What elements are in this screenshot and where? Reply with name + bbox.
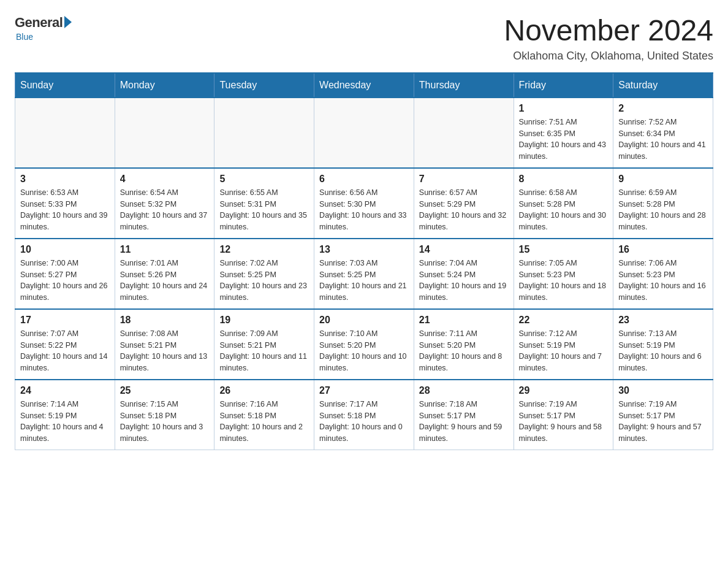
calendar-day-cell: 11Sunrise: 7:01 AM Sunset: 5:26 PM Dayli… xyxy=(115,239,214,309)
day-info: Sunrise: 6:58 AM Sunset: 5:28 PM Dayligh… xyxy=(519,187,609,233)
calendar-day-cell: 29Sunrise: 7:19 AM Sunset: 5:17 PM Dayli… xyxy=(514,380,613,450)
calendar-day-cell: 18Sunrise: 7:08 AM Sunset: 5:21 PM Dayli… xyxy=(115,309,214,380)
day-number: 18 xyxy=(120,315,210,326)
page-header: General Blue November 2024 Oklahoma City… xyxy=(15,15,713,63)
calendar-week-row: 1Sunrise: 7:51 AM Sunset: 6:35 PM Daylig… xyxy=(15,98,713,168)
day-number: 10 xyxy=(20,244,110,255)
day-number: 22 xyxy=(519,315,609,326)
day-of-week-header: Thursday xyxy=(414,73,514,98)
calendar-day-cell xyxy=(15,98,115,168)
day-of-week-header: Friday xyxy=(514,73,613,98)
calendar-header-row: SundayMondayTuesdayWednesdayThursdayFrid… xyxy=(15,73,713,98)
calendar-day-cell: 20Sunrise: 7:10 AM Sunset: 5:20 PM Dayli… xyxy=(314,309,414,380)
calendar-day-cell xyxy=(414,98,514,168)
day-number: 28 xyxy=(419,385,509,396)
day-number: 30 xyxy=(618,385,708,396)
day-number: 24 xyxy=(20,385,110,396)
day-number: 6 xyxy=(319,174,409,185)
day-number: 7 xyxy=(419,174,509,185)
day-number: 27 xyxy=(319,385,409,396)
calendar-day-cell: 13Sunrise: 7:03 AM Sunset: 5:25 PM Dayli… xyxy=(314,239,414,309)
calendar-week-row: 10Sunrise: 7:00 AM Sunset: 5:27 PM Dayli… xyxy=(15,239,713,309)
calendar-day-cell: 4Sunrise: 6:54 AM Sunset: 5:32 PM Daylig… xyxy=(115,168,214,239)
month-title: November 2024 xyxy=(504,15,713,47)
day-number: 15 xyxy=(519,244,609,255)
day-info: Sunrise: 7:08 AM Sunset: 5:21 PM Dayligh… xyxy=(120,328,210,374)
calendar-day-cell: 1Sunrise: 7:51 AM Sunset: 6:35 PM Daylig… xyxy=(514,98,613,168)
day-info: Sunrise: 7:13 AM Sunset: 5:19 PM Dayligh… xyxy=(618,328,708,374)
logo-blue-text: Blue xyxy=(15,32,33,42)
day-info: Sunrise: 7:16 AM Sunset: 5:18 PM Dayligh… xyxy=(219,399,309,445)
calendar-day-cell: 5Sunrise: 6:55 AM Sunset: 5:31 PM Daylig… xyxy=(214,168,314,239)
title-section: November 2024 Oklahoma City, Oklahoma, U… xyxy=(504,15,713,63)
day-info: Sunrise: 7:05 AM Sunset: 5:23 PM Dayligh… xyxy=(519,258,609,304)
calendar-day-cell: 26Sunrise: 7:16 AM Sunset: 5:18 PM Dayli… xyxy=(214,380,314,450)
day-info: Sunrise: 6:56 AM Sunset: 5:30 PM Dayligh… xyxy=(319,187,409,233)
day-number: 1 xyxy=(519,103,609,114)
day-number: 5 xyxy=(219,174,309,185)
logo-arrow-icon xyxy=(64,16,72,28)
day-number: 29 xyxy=(519,385,609,396)
day-info: Sunrise: 7:00 AM Sunset: 5:27 PM Dayligh… xyxy=(20,258,110,304)
calendar-day-cell: 21Sunrise: 7:11 AM Sunset: 5:20 PM Dayli… xyxy=(414,309,514,380)
day-number: 2 xyxy=(618,103,708,114)
day-info: Sunrise: 7:07 AM Sunset: 5:22 PM Dayligh… xyxy=(20,328,110,374)
day-info: Sunrise: 7:12 AM Sunset: 5:19 PM Dayligh… xyxy=(519,328,609,374)
day-info: Sunrise: 7:19 AM Sunset: 5:17 PM Dayligh… xyxy=(618,399,708,445)
day-info: Sunrise: 7:52 AM Sunset: 6:34 PM Dayligh… xyxy=(618,117,708,163)
day-number: 13 xyxy=(319,244,409,255)
day-info: Sunrise: 6:57 AM Sunset: 5:29 PM Dayligh… xyxy=(419,187,509,233)
day-info: Sunrise: 7:04 AM Sunset: 5:24 PM Dayligh… xyxy=(419,258,509,304)
calendar-day-cell: 3Sunrise: 6:53 AM Sunset: 5:33 PM Daylig… xyxy=(15,168,115,239)
day-info: Sunrise: 7:06 AM Sunset: 5:23 PM Dayligh… xyxy=(618,258,708,304)
calendar-day-cell: 8Sunrise: 6:58 AM Sunset: 5:28 PM Daylig… xyxy=(514,168,613,239)
day-info: Sunrise: 7:09 AM Sunset: 5:21 PM Dayligh… xyxy=(219,328,309,374)
day-info: Sunrise: 7:01 AM Sunset: 5:26 PM Dayligh… xyxy=(120,258,210,304)
day-number: 19 xyxy=(219,315,309,326)
calendar-day-cell: 16Sunrise: 7:06 AM Sunset: 5:23 PM Dayli… xyxy=(613,239,713,309)
day-number: 12 xyxy=(219,244,309,255)
calendar-day-cell: 7Sunrise: 6:57 AM Sunset: 5:29 PM Daylig… xyxy=(414,168,514,239)
day-number: 23 xyxy=(618,315,708,326)
day-number: 26 xyxy=(219,385,309,396)
calendar-day-cell: 9Sunrise: 6:59 AM Sunset: 5:28 PM Daylig… xyxy=(613,168,713,239)
day-info: Sunrise: 6:54 AM Sunset: 5:32 PM Dayligh… xyxy=(120,187,210,233)
day-of-week-header: Sunday xyxy=(15,73,115,98)
calendar-day-cell: 22Sunrise: 7:12 AM Sunset: 5:19 PM Dayli… xyxy=(514,309,613,380)
day-info: Sunrise: 7:17 AM Sunset: 5:18 PM Dayligh… xyxy=(319,399,409,445)
calendar-day-cell: 15Sunrise: 7:05 AM Sunset: 5:23 PM Dayli… xyxy=(514,239,613,309)
logo: General Blue xyxy=(15,15,72,42)
day-info: Sunrise: 7:02 AM Sunset: 5:25 PM Dayligh… xyxy=(219,258,309,304)
day-number: 20 xyxy=(319,315,409,326)
day-of-week-header: Monday xyxy=(115,73,214,98)
day-info: Sunrise: 7:51 AM Sunset: 6:35 PM Dayligh… xyxy=(519,117,609,163)
calendar-day-cell: 17Sunrise: 7:07 AM Sunset: 5:22 PM Dayli… xyxy=(15,309,115,380)
calendar-day-cell xyxy=(214,98,314,168)
day-info: Sunrise: 7:03 AM Sunset: 5:25 PM Dayligh… xyxy=(319,258,409,304)
day-number: 11 xyxy=(120,244,210,255)
calendar-day-cell: 6Sunrise: 6:56 AM Sunset: 5:30 PM Daylig… xyxy=(314,168,414,239)
calendar-day-cell: 23Sunrise: 7:13 AM Sunset: 5:19 PM Dayli… xyxy=(613,309,713,380)
day-of-week-header: Wednesday xyxy=(314,73,414,98)
day-info: Sunrise: 6:59 AM Sunset: 5:28 PM Dayligh… xyxy=(618,187,708,233)
calendar-day-cell: 27Sunrise: 7:17 AM Sunset: 5:18 PM Dayli… xyxy=(314,380,414,450)
calendar-day-cell xyxy=(314,98,414,168)
day-info: Sunrise: 7:15 AM Sunset: 5:18 PM Dayligh… xyxy=(120,399,210,445)
calendar-day-cell: 24Sunrise: 7:14 AM Sunset: 5:19 PM Dayli… xyxy=(15,380,115,450)
calendar-week-row: 24Sunrise: 7:14 AM Sunset: 5:19 PM Dayli… xyxy=(15,380,713,450)
day-of-week-header: Tuesday xyxy=(214,73,314,98)
day-number: 17 xyxy=(20,315,110,326)
calendar-day-cell: 19Sunrise: 7:09 AM Sunset: 5:21 PM Dayli… xyxy=(214,309,314,380)
day-number: 3 xyxy=(20,174,110,185)
calendar-week-row: 17Sunrise: 7:07 AM Sunset: 5:22 PM Dayli… xyxy=(15,309,713,380)
calendar-day-cell: 14Sunrise: 7:04 AM Sunset: 5:24 PM Dayli… xyxy=(414,239,514,309)
day-number: 9 xyxy=(618,174,708,185)
logo-general-text: General xyxy=(15,15,63,31)
calendar-day-cell: 25Sunrise: 7:15 AM Sunset: 5:18 PM Dayli… xyxy=(115,380,214,450)
day-info: Sunrise: 6:53 AM Sunset: 5:33 PM Dayligh… xyxy=(20,187,110,233)
calendar-day-cell: 28Sunrise: 7:18 AM Sunset: 5:17 PM Dayli… xyxy=(414,380,514,450)
day-number: 25 xyxy=(120,385,210,396)
calendar-day-cell xyxy=(115,98,214,168)
location-text: Oklahoma City, Oklahoma, United States xyxy=(504,50,713,63)
day-info: Sunrise: 7:19 AM Sunset: 5:17 PM Dayligh… xyxy=(519,399,609,445)
